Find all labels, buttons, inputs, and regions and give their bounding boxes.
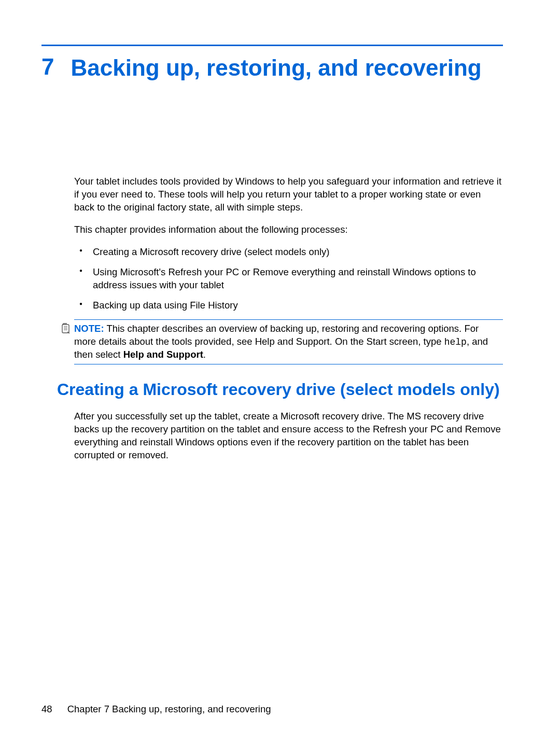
- intro-para-1: Your tablet includes tools provided by W…: [74, 175, 503, 214]
- note-text: NOTE: This chapter describes an overview…: [74, 322, 503, 361]
- footer-page-number: 48: [41, 704, 52, 714]
- list-item: Creating a Microsoft recovery drive (sel…: [74, 246, 503, 259]
- svg-rect-0: [62, 325, 69, 333]
- note-block: NOTE: This chapter describes an overview…: [60, 320, 503, 364]
- section-para: After you successfully set up the tablet…: [74, 410, 503, 462]
- chapter-header: 7 Backing up, restoring, and recovering: [41, 53, 503, 82]
- page-content: 7 Backing up, restoring, and recovering …: [0, 0, 560, 462]
- chapter-number: 7: [41, 53, 54, 81]
- section-body: After you successfully set up the tablet…: [74, 410, 503, 462]
- note-icon: [60, 323, 74, 338]
- page-footer: 48 Chapter 7 Backing up, restoring, and …: [41, 704, 271, 715]
- note-label: NOTE:: [74, 323, 104, 334]
- chapter-top-rule: [41, 45, 503, 46]
- list-item: Backing up data using File History: [74, 299, 503, 312]
- note-text-before: This chapter describes an overview of ba…: [74, 323, 479, 347]
- note-bottom-rule: [74, 364, 503, 364]
- list-item: Using Microsoft's Refresh your PC or Rem…: [74, 266, 503, 292]
- intro-para-2: This chapter provides information about …: [74, 223, 503, 236]
- chapter-title: Backing up, restoring, and recovering: [71, 53, 481, 82]
- note-period: .: [203, 349, 206, 360]
- section-heading: Creating a Microsoft recovery drive (sel…: [57, 379, 503, 400]
- note-mono: help: [444, 337, 467, 347]
- note-bold: Help and Support: [123, 349, 203, 360]
- process-list: Creating a Microsoft recovery drive (sel…: [74, 246, 503, 312]
- intro-section: Your tablet includes tools provided by W…: [74, 175, 503, 364]
- footer-text: Chapter 7 Backing up, restoring, and rec…: [67, 704, 271, 714]
